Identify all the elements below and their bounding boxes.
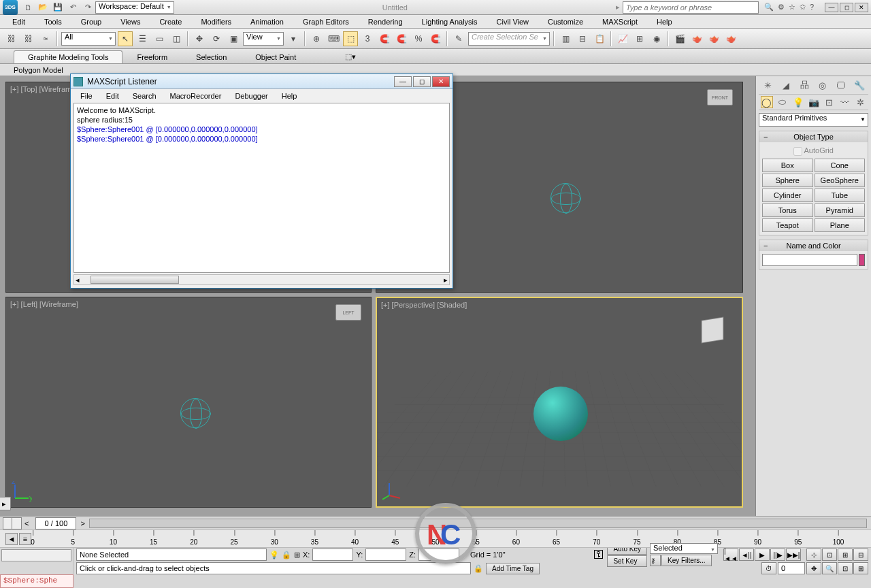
new-icon[interactable]: 🗋: [22, 1, 34, 14]
lock-icon[interactable]: 💡: [269, 551, 279, 559]
rotate-tool-icon[interactable]: ⟳: [209, 31, 224, 46]
angle-snap-icon[interactable]: 3: [360, 31, 375, 46]
maxscript-scrollbar[interactable]: ◂▸: [73, 274, 450, 285]
autogrid-checkbox[interactable]: AutoGrid: [762, 145, 865, 159]
subtab-polymodel[interactable]: Polygon Model: [5, 65, 71, 75]
mx-menu-file[interactable]: File: [73, 91, 99, 101]
nav-7-icon[interactable]: ⊡: [838, 562, 853, 574]
tab-graphite[interactable]: Graphite Modeling Tools: [14, 50, 122, 63]
nav-5-icon[interactable]: ✥: [806, 562, 821, 574]
obj-plane-button[interactable]: Plane: [815, 218, 866, 232]
undo-icon[interactable]: ↶: [67, 1, 79, 14]
curve-editor-icon[interactable]: 📈: [615, 31, 630, 46]
trackbar-config-icon[interactable]: [3, 517, 22, 529]
mx-menu-edit[interactable]: Edit: [99, 91, 126, 101]
menu-civilview[interactable]: Civil View: [487, 16, 538, 27]
x-input[interactable]: [312, 549, 353, 561]
maxscript-minimize-button[interactable]: —: [394, 76, 412, 87]
percent-snap-icon[interactable]: 🧲: [377, 31, 392, 46]
nav-2-icon[interactable]: ⊡: [822, 549, 837, 561]
binoculars-icon[interactable]: 🔍: [764, 3, 774, 12]
mx-menu-macrorecorder[interactable]: MacroRecorder: [163, 91, 229, 101]
align-icon[interactable]: ⊟: [575, 31, 590, 46]
obj-geosphere-button[interactable]: GeoSphere: [815, 174, 866, 187]
geometry-cat-icon[interactable]: ◯: [761, 96, 773, 108]
viewcube-left[interactable]: LEFT: [335, 304, 361, 321]
render-icon[interactable]: 🫖: [706, 31, 721, 46]
viewport-left[interactable]: [+] [Left] [Wireframe] LEFT zy: [5, 297, 372, 508]
star-icon[interactable]: ☆: [789, 3, 795, 12]
prev-frame-icon[interactable]: ◄||: [739, 549, 754, 561]
nav-1-icon[interactable]: ⊹: [806, 549, 821, 561]
frame-indicator[interactable]: 0 / 100: [35, 517, 76, 529]
time-config-icon[interactable]: ⏱: [761, 562, 776, 574]
workspace-dropdown[interactable]: Workspace: Default: [95, 1, 174, 14]
name-color-header[interactable]: −Name and Color: [759, 240, 868, 251]
viewport-flyout-icon[interactable]: ▸: [0, 497, 11, 510]
redo-icon[interactable]: ↷: [82, 1, 94, 14]
mx-menu-help[interactable]: Help: [275, 91, 304, 101]
mini-listener-input[interactable]: [1, 549, 71, 561]
menu-help[interactable]: Help: [647, 16, 682, 27]
object-type-header[interactable]: −Object Type: [759, 131, 868, 142]
schematic-view-icon[interactable]: ⊞: [632, 31, 647, 46]
lock-icon[interactable]: 🔒: [474, 564, 483, 573]
material-editor-icon[interactable]: ◉: [649, 31, 664, 46]
menu-group[interactable]: Group: [71, 16, 112, 27]
nav-6-icon[interactable]: 🔍: [822, 562, 837, 574]
render-production-icon[interactable]: 🫖: [723, 31, 738, 46]
spinner-snap-icon[interactable]: 🧲: [428, 31, 443, 46]
menu-views[interactable]: Views: [111, 16, 150, 27]
select-name-icon[interactable]: ☰: [135, 31, 150, 46]
timeline-left-icon[interactable]: ◄: [5, 533, 18, 545]
menu-customize[interactable]: Customize: [538, 16, 593, 27]
link-icon[interactable]: ⚙: [778, 3, 785, 12]
mx-menu-search[interactable]: Search: [126, 91, 163, 101]
move-tool-icon[interactable]: ✥: [192, 31, 207, 46]
snap-toggle-icon[interactable]: ⬚: [343, 31, 358, 46]
mini-listener-output[interactable]: $Sphere:Sphe: [0, 574, 73, 588]
spacewarps-cat-icon[interactable]: 〰: [839, 96, 851, 108]
obj-box-button[interactable]: Box: [762, 159, 813, 172]
menu-rendering[interactable]: Rendering: [359, 16, 412, 27]
keyboard-shortcut-icon[interactable]: ⌨: [326, 31, 341, 46]
shapes-cat-icon[interactable]: ⬭: [776, 96, 789, 108]
keymode-dropdown[interactable]: Selected: [650, 543, 718, 554]
selection-filter-dropdown[interactable]: All: [61, 32, 116, 46]
bind-tool-icon[interactable]: ≈: [38, 31, 53, 46]
nav-3-icon[interactable]: ⊞: [838, 549, 853, 561]
color-swatch[interactable]: [859, 254, 865, 266]
maxscript-maximize-button[interactable]: ◻: [413, 76, 431, 87]
y-input[interactable]: [365, 549, 406, 561]
minimize-button[interactable]: —: [825, 3, 838, 12]
window-crossing-icon[interactable]: ◫: [169, 31, 184, 46]
layers-icon[interactable]: 📋: [592, 31, 607, 46]
mx-menu-debugger[interactable]: Debugger: [228, 91, 274, 101]
lock-selection-icon[interactable]: 🔒: [282, 551, 291, 559]
region-rect-icon[interactable]: ▭: [152, 31, 167, 46]
utilities-tab-icon[interactable]: 🔧: [853, 79, 866, 91]
add-time-tag-button[interactable]: Add Time Tag: [486, 563, 540, 574]
motion-tab-icon[interactable]: ◎: [817, 79, 829, 91]
next-frame-icon[interactable]: ||▶: [770, 549, 785, 561]
ref-coord-dropdown[interactable]: View: [243, 32, 284, 46]
time-slider[interactable]: [89, 519, 867, 528]
play-icon[interactable]: ▶: [755, 549, 770, 561]
obj-cone-button[interactable]: Cone: [815, 159, 866, 172]
render-frame-icon[interactable]: 🫖: [689, 31, 704, 46]
viewcube-front[interactable]: FRONT: [707, 89, 733, 105]
timeline-config-icon[interactable]: ≡: [19, 533, 31, 545]
isolate-icon[interactable]: ⊞: [294, 551, 300, 559]
menu-modifiers[interactable]: Modifiers: [191, 16, 241, 27]
restore-button[interactable]: ◻: [840, 3, 853, 12]
helpers-cat-icon[interactable]: ⊡: [823, 96, 836, 108]
help-icon[interactable]: ?: [810, 3, 814, 12]
key-icon[interactable]: ⚿: [593, 549, 604, 561]
cameras-cat-icon[interactable]: 📷: [808, 96, 820, 108]
unlink-tool-icon[interactable]: ⛓: [21, 31, 36, 46]
display-tab-icon[interactable]: 🖵: [835, 79, 847, 91]
frame-spinner[interactable]: [778, 562, 805, 574]
obj-pyramid-button[interactable]: Pyramid: [815, 203, 866, 217]
menu-lighting[interactable]: Lighting Analysis: [412, 16, 487, 27]
manipulate-icon[interactable]: ⊕: [309, 31, 324, 46]
